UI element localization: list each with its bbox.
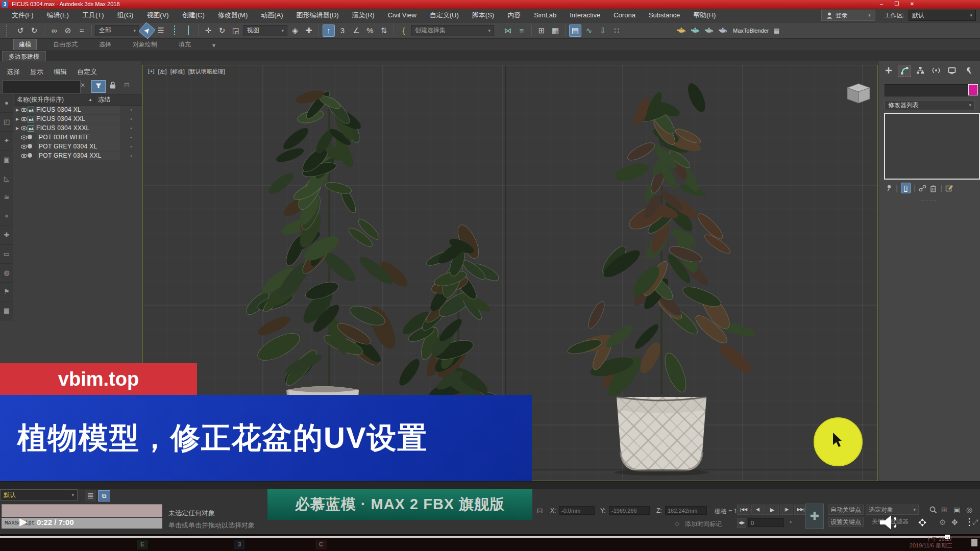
layer-manager-icon[interactable]: ⊞ <box>535 24 548 37</box>
select-link-icon[interactable]: ∞ <box>48 24 60 37</box>
viewport-label[interactable]: [+] [左] [标准] [默认明暗处理] <box>148 68 225 76</box>
workspace-dropdown[interactable]: 默认 ▾ <box>909 10 976 21</box>
login-dropdown[interactable]: 登录 ▾ <box>821 10 875 21</box>
object-name[interactable]: POT 0304 WHITE <box>37 133 120 142</box>
reference-coordinate-dropdown[interactable]: 视图 ▾ <box>243 25 287 36</box>
filter-geometry-icon[interactable]: ▭ <box>0 245 13 264</box>
frozen-toggle[interactable]: • <box>120 126 142 131</box>
visibility-eye-icon[interactable] <box>21 144 28 149</box>
tab-utilities-icon[interactable] <box>962 65 974 77</box>
menu-create[interactable]: 创建(C) <box>176 9 211 22</box>
explorer-column-header[interactable]: 名称(按升序排序) ▲ 冻结 <box>14 94 142 106</box>
filter-all-icon[interactable]: ● <box>0 94 13 113</box>
taskbar-app-1[interactable]: E <box>137 540 148 549</box>
dope-sheet-icon[interactable]: ⇩ <box>597 24 609 37</box>
object-name[interactable]: FICUS 0304 XXXL <box>34 124 120 133</box>
frozen-toggle[interactable]: • <box>120 153 142 159</box>
show-desktop-button[interactable] <box>971 539 977 546</box>
menu-scripting[interactable]: 脚本(S) <box>465 9 501 22</box>
frozen-toggle[interactable]: • <box>120 116 142 122</box>
menu-edit[interactable]: 编辑(E) <box>40 9 76 22</box>
explorer-menu-customize[interactable]: 自定义 <box>77 67 97 77</box>
maxtoblender-grid-icon[interactable]: ▦ <box>770 24 782 37</box>
undo-icon[interactable]: ↺ <box>14 24 27 37</box>
key-clock-icon[interactable]: ◔ <box>788 518 792 526</box>
tab-selection[interactable]: 选择 <box>94 39 116 50</box>
use-pivot-center-icon[interactable]: ◈ <box>289 24 301 37</box>
filter-cameras-icon[interactable]: ▣ <box>0 151 13 169</box>
menu-customize[interactable]: 自定义(U) <box>423 9 465 22</box>
add-time-tag-label[interactable]: 添加时间标记 <box>685 520 722 529</box>
filter-lights-icon[interactable]: ✦ <box>0 132 13 151</box>
frozen-toggle[interactable]: • <box>120 144 142 149</box>
tab-hierarchy-icon[interactable] <box>914 65 926 77</box>
filter-shapes-icon[interactable]: ◰ <box>0 113 13 132</box>
frozen-toggle[interactable]: • <box>120 135 142 140</box>
remove-modifier-icon[interactable] <box>929 184 937 192</box>
viewport-menu-shading[interactable]: [默认明暗处理] <box>188 68 225 76</box>
rectangular-region-icon[interactable] <box>168 24 181 37</box>
explorer-search-input[interactable] <box>3 80 81 93</box>
previous-frame-icon[interactable]: ◀| <box>751 505 765 515</box>
explorer-menu-edit[interactable]: 编辑 <box>54 67 67 77</box>
filter-xref-icon[interactable]: ⚑ <box>0 283 13 302</box>
visibility-eye-icon[interactable] <box>21 135 28 140</box>
modifier-stack[interactable] <box>884 113 980 180</box>
menu-simlab[interactable]: SimLab <box>527 9 563 22</box>
filter-bones-icon[interactable]: ⌖ <box>0 207 13 226</box>
current-frame-field[interactable]: 0 <box>748 518 784 527</box>
tab-modify-icon[interactable] <box>898 65 911 77</box>
scene-row-pot-white[interactable]: POT 0304 WHITE • <box>14 133 142 142</box>
transform-typein-icon[interactable]: ⊡ <box>537 507 543 515</box>
menu-views[interactable]: 视图(V) <box>140 9 175 22</box>
tab-populate[interactable]: 填充 <box>174 39 196 50</box>
edit-named-selections-icon[interactable]: { <box>398 24 410 37</box>
play-animation-icon[interactable]: ▶ <box>766 505 779 515</box>
keyboard-override-icon[interactable]: ↑ <box>323 24 335 37</box>
z-coordinate-field[interactable]: 162.242mm <box>665 506 707 515</box>
visibility-eye-icon[interactable] <box>21 117 28 121</box>
align-icon[interactable]: ≡ <box>516 24 528 37</box>
scene-row-ficus-xxxl[interactable]: ▶ FICUS 0304 XXXL • <box>14 123 142 133</box>
visibility-eye-icon[interactable] <box>21 126 28 131</box>
menu-rendering[interactable]: 渲染(R) <box>346 9 381 22</box>
scene-explorer-icon[interactable]: ▤ <box>569 24 581 37</box>
filter-containers-icon[interactable]: ✚ <box>0 226 13 245</box>
zoom-icon[interactable] <box>929 506 938 514</box>
percent-snap-icon[interactable]: % <box>364 24 376 37</box>
object-color-swatch[interactable] <box>968 84 978 95</box>
set-keys-button[interactable]: ✚ <box>805 504 824 529</box>
scale-icon[interactable]: ◲ <box>230 24 242 37</box>
time-slider-strip[interactable] <box>0 481 980 489</box>
toolbar-drag-handle[interactable] <box>6 24 10 37</box>
configure-modifier-sets-icon[interactable] <box>945 184 953 192</box>
menu-content[interactable]: 内容 <box>501 9 527 22</box>
mirror-icon[interactable]: ⋈ <box>502 24 514 37</box>
scene-row-pot-grey-xl[interactable]: POT GREY 0304 XL • <box>14 142 142 151</box>
minimize-button[interactable]: – <box>874 0 889 8</box>
menu-help[interactable]: 帮助(H) <box>687 9 722 22</box>
zoom-extents-icon[interactable]: ▣ <box>953 506 960 514</box>
y-coordinate-field[interactable]: -1969.266 <box>609 506 650 515</box>
expander-icon[interactable]: ▶ <box>14 108 21 112</box>
pot-grey-right[interactable] <box>615 397 708 475</box>
unlink-icon[interactable]: ⊘ <box>62 24 74 37</box>
tab-create-icon[interactable] <box>883 65 895 77</box>
render-setup-icon[interactable] <box>690 26 699 35</box>
filter-helpers-icon[interactable]: ◺ <box>0 169 13 188</box>
clear-search-icon[interactable]: ✕ <box>80 82 85 89</box>
pan-hand-icon[interactable]: ✥ <box>951 518 958 527</box>
filter-funnel-icon[interactable] <box>91 80 106 93</box>
close-button[interactable]: ✕ <box>904 0 920 8</box>
tab-motion-icon[interactable] <box>930 65 942 77</box>
ribbon-more-icon[interactable]: ▾ <box>207 41 220 50</box>
menu-civil-view[interactable]: Civil View <box>381 9 423 22</box>
explorer-menu-select[interactable]: 选择 <box>7 67 20 77</box>
taskbar-clock[interactable]: 下午 16:27 2019/11/6 星期三 <box>910 536 952 549</box>
make-unique-icon[interactable] <box>919 185 926 192</box>
rendered-frame-icon[interactable] <box>704 26 713 35</box>
tab-modeling[interactable]: 建模 <box>13 39 37 50</box>
viewport-menu-general[interactable]: [+] <box>148 68 155 76</box>
menu-group[interactable]: 组(G) <box>111 9 140 22</box>
video-progress-bar[interactable] <box>0 536 948 538</box>
